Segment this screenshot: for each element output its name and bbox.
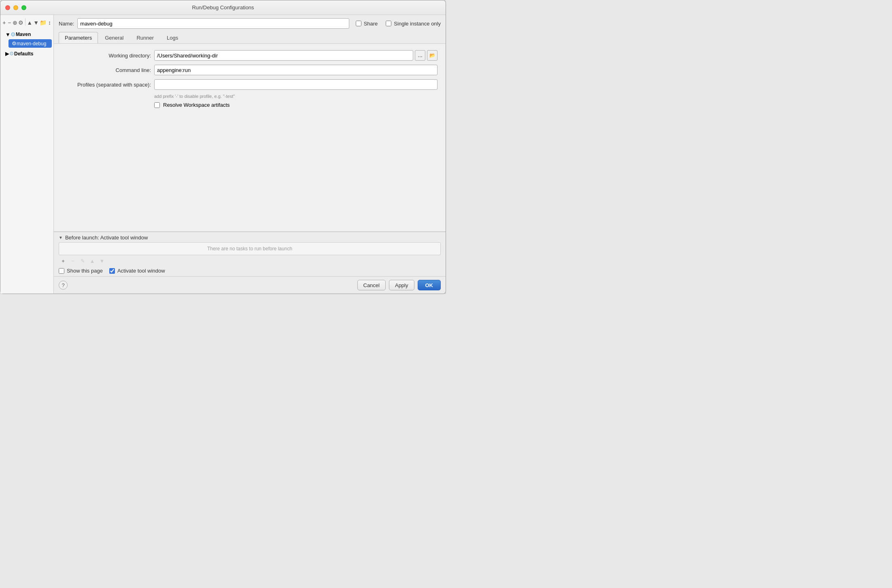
sidebar: + − ⊕ ⚙ ▲ ▼ 📁 ↕ ▼ ⚙ Maven ⚙ maven-debug: [0, 15, 54, 294]
command-line-row: Command line:: [62, 65, 438, 75]
sidebar-item-defaults[interactable]: ▶ ⚙ Defaults: [2, 49, 52, 58]
profiles-hint: add prefix '-' to disable profile, e.g. …: [154, 94, 438, 99]
name-input[interactable]: [77, 18, 349, 29]
maximize-button[interactable]: [21, 5, 26, 10]
close-button[interactable]: [5, 5, 10, 10]
traffic-lights: [5, 5, 26, 10]
maven-arrow-icon: ▼: [5, 32, 11, 38]
window-title: Run/Debug Configurations: [192, 4, 254, 11]
resolve-artifacts-checkbox[interactable]: [154, 102, 160, 108]
maven-debug-icon: ⚙: [12, 40, 17, 47]
tab-logs[interactable]: Logs: [161, 32, 184, 43]
single-instance-area: Single instance only: [386, 21, 441, 27]
single-instance-label: Single instance only: [394, 21, 441, 27]
working-directory-label: Working directory:: [62, 53, 151, 59]
show-page-checkbox[interactable]: [59, 268, 64, 274]
share-checkbox[interactable]: [356, 21, 361, 26]
move-down-button[interactable]: ▼: [33, 18, 39, 27]
name-row: Name: Share Single instance only: [54, 15, 446, 32]
title-bar: Run/Debug Configurations: [0, 0, 446, 15]
minimize-button[interactable]: [13, 5, 18, 10]
add-config-button[interactable]: +: [2, 18, 6, 27]
right-panel: Name: Share Single instance only Paramet…: [54, 15, 446, 294]
activate-tool-checkbox[interactable]: [109, 268, 115, 274]
maven-gear-icon: ⚙: [11, 31, 16, 38]
ok-button[interactable]: OK: [418, 280, 441, 290]
share-label: Share: [364, 21, 378, 27]
move-up-button[interactable]: ▲: [27, 18, 32, 27]
tabs-bar: Parameters General Runner Logs: [54, 32, 446, 44]
copy-config-button[interactable]: ⊕: [13, 18, 17, 27]
folder-open-icon: 📂: [429, 53, 435, 58]
name-label: Name:: [59, 21, 74, 27]
before-launch-table: There are no tasks to run before launch: [59, 242, 441, 255]
tab-runner[interactable]: Runner: [130, 32, 160, 43]
sidebar-item-maven-debug[interactable]: ⚙ maven-debug: [8, 39, 52, 48]
config-panel: Working directory: … 📂 Command line:: [54, 44, 446, 232]
defaults-icon: ⚙: [9, 51, 14, 57]
folder-button[interactable]: 📁: [40, 18, 47, 27]
bl-remove-button[interactable]: −: [68, 256, 77, 265]
single-instance-checkbox[interactable]: [386, 21, 391, 26]
profiles-input[interactable]: [154, 79, 438, 90]
profiles-label: Profiles (separated with space):: [62, 82, 151, 88]
bl-down-button[interactable]: ▼: [98, 256, 106, 265]
no-tasks-text: There are no tasks to run before launch: [207, 246, 292, 252]
share-area: Share: [356, 21, 378, 27]
sort-button[interactable]: ↕: [47, 18, 52, 27]
command-line-label: Command line:: [62, 67, 151, 73]
tab-parameters[interactable]: Parameters: [59, 32, 98, 43]
command-line-input[interactable]: [154, 65, 438, 75]
before-launch-section: ▼ Before launch: Activate tool window Th…: [54, 232, 446, 276]
cancel-button[interactable]: Cancel: [357, 280, 386, 290]
resolve-artifacts-label: Resolve Workspace artifacts: [163, 102, 230, 108]
working-directory-input[interactable]: [154, 50, 413, 61]
before-launch-header[interactable]: ▼ Before launch: Activate tool window: [59, 235, 441, 241]
browse-folder-button[interactable]: 📂: [427, 50, 438, 61]
activate-tool-label: Activate tool window: [117, 268, 165, 274]
sidebar-maven-debug-label: maven-debug: [17, 41, 46, 47]
activate-tool-option: Activate tool window: [109, 268, 165, 274]
sidebar-defaults-label: Defaults: [14, 51, 33, 57]
before-launch-options: Show this page Activate tool window: [59, 268, 441, 274]
settings-config-button[interactable]: ⚙: [18, 18, 23, 27]
help-button[interactable]: ?: [59, 281, 68, 290]
show-page-option: Show this page: [59, 268, 103, 274]
remove-config-button[interactable]: −: [7, 18, 12, 27]
show-page-label: Show this page: [67, 268, 103, 274]
resolve-artifacts-row: Resolve Workspace artifacts: [154, 102, 438, 108]
bl-add-button[interactable]: +: [59, 256, 68, 265]
bl-edit-button[interactable]: ✎: [78, 256, 87, 265]
sidebar-item-maven[interactable]: ▼ ⚙ Maven: [2, 30, 52, 39]
before-launch-title: Before launch: Activate tool window: [65, 235, 148, 241]
defaults-arrow-icon: ▶: [5, 51, 9, 57]
working-directory-row: Working directory: … 📂: [62, 50, 438, 61]
bottom-bar: ? Cancel Apply OK: [54, 276, 446, 294]
before-launch-toolbar: + − ✎ ▲ ▼: [59, 256, 441, 265]
apply-button[interactable]: Apply: [389, 280, 414, 290]
bl-up-button[interactable]: ▲: [88, 256, 97, 265]
sidebar-maven-label: Maven: [16, 32, 31, 37]
tab-general[interactable]: General: [99, 32, 130, 43]
before-launch-arrow-icon: ▼: [59, 235, 63, 240]
browse-dots-button[interactable]: …: [415, 50, 425, 61]
profiles-row: Profiles (separated with space):: [62, 79, 438, 90]
